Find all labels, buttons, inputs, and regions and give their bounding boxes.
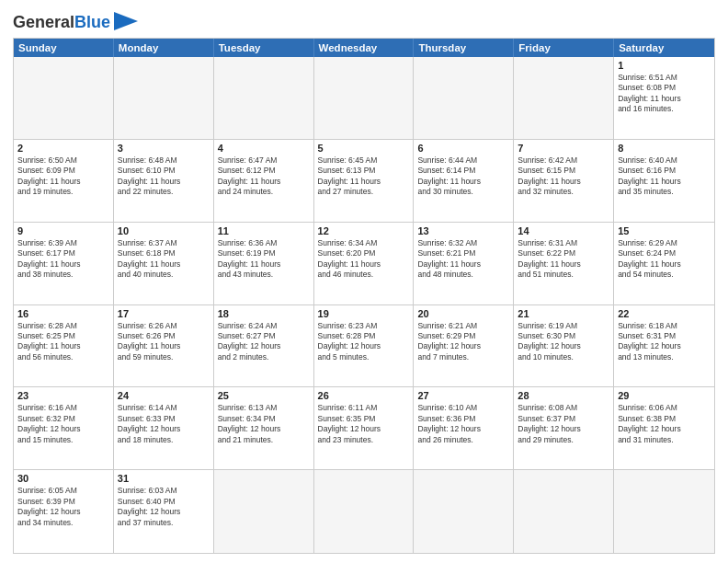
day-info: Sunrise: 6:31 AM Sunset: 6:22 PM Dayligh… bbox=[518, 238, 609, 281]
day-number: 29 bbox=[618, 390, 711, 401]
day-info: Sunrise: 6:24 AM Sunset: 6:27 PM Dayligh… bbox=[218, 321, 310, 363]
day-number: 16 bbox=[17, 308, 109, 319]
calendar-cell: 3Sunrise: 6:48 AM Sunset: 6:10 PM Daylig… bbox=[114, 140, 214, 223]
day-number: 15 bbox=[618, 225, 711, 236]
calendar: SundayMondayTuesdayWednesdayThursdayFrid… bbox=[13, 38, 715, 554]
calendar-cell: 12Sunrise: 6:34 AM Sunset: 6:20 PM Dayli… bbox=[314, 223, 415, 305]
day-info: Sunrise: 6:50 AM Sunset: 6:09 PM Dayligh… bbox=[17, 155, 109, 198]
calendar-cell bbox=[414, 470, 514, 553]
day-number: 13 bbox=[417, 225, 509, 236]
day-number: 1 bbox=[618, 60, 711, 71]
weekday-header: Saturday bbox=[614, 39, 714, 57]
calendar-cell: 2Sunrise: 6:50 AM Sunset: 6:09 PM Daylig… bbox=[14, 140, 114, 223]
day-info: Sunrise: 6:03 AM Sunset: 6:40 PM Dayligh… bbox=[118, 486, 210, 528]
calendar-cell: 29Sunrise: 6:06 AM Sunset: 6:38 PM Dayli… bbox=[614, 387, 714, 470]
day-number: 22 bbox=[618, 308, 711, 319]
day-number: 24 bbox=[118, 390, 210, 401]
day-number: 25 bbox=[218, 390, 310, 401]
weekday-header: Sunday bbox=[14, 39, 114, 57]
calendar-cell bbox=[514, 470, 614, 553]
day-number: 19 bbox=[318, 308, 410, 319]
calendar-cell: 10Sunrise: 6:37 AM Sunset: 6:18 PM Dayli… bbox=[114, 223, 214, 305]
day-number: 31 bbox=[118, 473, 210, 484]
calendar-cell: 30Sunrise: 6:05 AM Sunset: 6:39 PM Dayli… bbox=[14, 470, 114, 553]
day-info: Sunrise: 6:21 AM Sunset: 6:29 PM Dayligh… bbox=[417, 321, 509, 363]
day-number: 20 bbox=[417, 308, 509, 319]
calendar-cell bbox=[414, 57, 514, 140]
calendar-cell: 27Sunrise: 6:10 AM Sunset: 6:36 PM Dayli… bbox=[414, 387, 514, 470]
day-info: Sunrise: 6:28 AM Sunset: 6:25 PM Dayligh… bbox=[17, 321, 109, 363]
day-info: Sunrise: 6:47 AM Sunset: 6:12 PM Dayligh… bbox=[218, 155, 310, 198]
calendar-cell: 28Sunrise: 6:08 AM Sunset: 6:37 PM Dayli… bbox=[514, 387, 614, 470]
svg-marker-0 bbox=[114, 12, 138, 30]
day-number: 14 bbox=[518, 225, 609, 236]
calendar-cell: 1Sunrise: 6:51 AM Sunset: 6:08 PM Daylig… bbox=[614, 57, 714, 140]
day-number: 5 bbox=[318, 143, 410, 154]
calendar-cell: 4Sunrise: 6:47 AM Sunset: 6:12 PM Daylig… bbox=[214, 140, 314, 223]
weekday-header: Thursday bbox=[414, 39, 514, 57]
day-info: Sunrise: 6:37 AM Sunset: 6:18 PM Dayligh… bbox=[118, 238, 210, 281]
day-info: Sunrise: 6:13 AM Sunset: 6:34 PM Dayligh… bbox=[218, 403, 310, 445]
calendar-page: GeneralBlue SundayMondayTuesdayWednesday… bbox=[0, 0, 728, 563]
day-info: Sunrise: 6:40 AM Sunset: 6:16 PM Dayligh… bbox=[618, 155, 711, 198]
day-info: Sunrise: 6:18 AM Sunset: 6:31 PM Dayligh… bbox=[618, 321, 711, 363]
calendar-cell: 21Sunrise: 6:19 AM Sunset: 6:30 PM Dayli… bbox=[514, 305, 614, 388]
calendar-cell: 23Sunrise: 6:16 AM Sunset: 6:32 PM Dayli… bbox=[14, 387, 114, 470]
calendar-cell bbox=[314, 470, 415, 553]
calendar-body: 1Sunrise: 6:51 AM Sunset: 6:08 PM Daylig… bbox=[14, 57, 714, 553]
day-info: Sunrise: 6:29 AM Sunset: 6:24 PM Dayligh… bbox=[618, 238, 711, 281]
logo: GeneralBlue bbox=[13, 13, 138, 32]
weekday-header: Monday bbox=[114, 39, 214, 57]
calendar-cell: 18Sunrise: 6:24 AM Sunset: 6:27 PM Dayli… bbox=[214, 305, 314, 388]
day-info: Sunrise: 6:36 AM Sunset: 6:19 PM Dayligh… bbox=[218, 238, 310, 281]
day-info: Sunrise: 6:32 AM Sunset: 6:21 PM Dayligh… bbox=[417, 238, 509, 281]
calendar-cell: 5Sunrise: 6:45 AM Sunset: 6:13 PM Daylig… bbox=[314, 140, 415, 223]
weekday-header: Friday bbox=[514, 39, 614, 57]
day-info: Sunrise: 6:39 AM Sunset: 6:17 PM Dayligh… bbox=[17, 238, 109, 281]
calendar-cell bbox=[314, 57, 415, 140]
calendar-cell: 7Sunrise: 6:42 AM Sunset: 6:15 PM Daylig… bbox=[514, 140, 614, 223]
day-number: 9 bbox=[17, 225, 109, 236]
calendar-cell: 22Sunrise: 6:18 AM Sunset: 6:31 PM Dayli… bbox=[614, 305, 714, 388]
day-info: Sunrise: 6:48 AM Sunset: 6:10 PM Dayligh… bbox=[118, 155, 210, 198]
day-info: Sunrise: 6:10 AM Sunset: 6:36 PM Dayligh… bbox=[417, 403, 509, 445]
day-number: 27 bbox=[417, 390, 509, 401]
day-info: Sunrise: 6:19 AM Sunset: 6:30 PM Dayligh… bbox=[518, 321, 609, 363]
day-info: Sunrise: 6:23 AM Sunset: 6:28 PM Dayligh… bbox=[318, 321, 410, 363]
calendar-cell: 11Sunrise: 6:36 AM Sunset: 6:19 PM Dayli… bbox=[214, 223, 314, 305]
day-number: 2 bbox=[17, 143, 109, 154]
calendar-cell: 14Sunrise: 6:31 AM Sunset: 6:22 PM Dayli… bbox=[514, 223, 614, 305]
day-number: 3 bbox=[118, 143, 210, 154]
calendar-cell bbox=[14, 57, 114, 140]
day-info: Sunrise: 6:16 AM Sunset: 6:32 PM Dayligh… bbox=[17, 403, 109, 445]
calendar-cell bbox=[514, 57, 614, 140]
day-number: 12 bbox=[318, 225, 410, 236]
calendar-cell: 16Sunrise: 6:28 AM Sunset: 6:25 PM Dayli… bbox=[14, 305, 114, 388]
day-info: Sunrise: 6:45 AM Sunset: 6:13 PM Dayligh… bbox=[318, 155, 410, 198]
day-info: Sunrise: 6:11 AM Sunset: 6:35 PM Dayligh… bbox=[318, 403, 410, 445]
weekday-header: Wednesday bbox=[314, 39, 415, 57]
day-info: Sunrise: 6:44 AM Sunset: 6:14 PM Dayligh… bbox=[417, 155, 509, 198]
calendar-cell: 15Sunrise: 6:29 AM Sunset: 6:24 PM Dayli… bbox=[614, 223, 714, 305]
calendar-cell bbox=[214, 470, 314, 553]
calendar-cell: 19Sunrise: 6:23 AM Sunset: 6:28 PM Dayli… bbox=[314, 305, 415, 388]
day-number: 21 bbox=[518, 308, 609, 319]
day-info: Sunrise: 6:08 AM Sunset: 6:37 PM Dayligh… bbox=[518, 403, 609, 445]
day-number: 23 bbox=[17, 390, 109, 401]
day-info: Sunrise: 6:42 AM Sunset: 6:15 PM Dayligh… bbox=[518, 155, 609, 198]
day-number: 28 bbox=[518, 390, 609, 401]
calendar-cell: 26Sunrise: 6:11 AM Sunset: 6:35 PM Dayli… bbox=[314, 387, 415, 470]
logo-icon bbox=[114, 12, 138, 30]
day-info: Sunrise: 6:06 AM Sunset: 6:38 PM Dayligh… bbox=[618, 403, 711, 445]
day-info: Sunrise: 6:14 AM Sunset: 6:33 PM Dayligh… bbox=[118, 403, 210, 445]
day-info: Sunrise: 6:34 AM Sunset: 6:20 PM Dayligh… bbox=[318, 238, 410, 281]
day-number: 6 bbox=[417, 143, 509, 154]
calendar-cell: 6Sunrise: 6:44 AM Sunset: 6:14 PM Daylig… bbox=[414, 140, 514, 223]
day-number: 10 bbox=[118, 225, 210, 236]
day-info: Sunrise: 6:05 AM Sunset: 6:39 PM Dayligh… bbox=[17, 486, 109, 528]
day-number: 11 bbox=[218, 225, 310, 236]
calendar-cell: 17Sunrise: 6:26 AM Sunset: 6:26 PM Dayli… bbox=[114, 305, 214, 388]
calendar-cell: 25Sunrise: 6:13 AM Sunset: 6:34 PM Dayli… bbox=[214, 387, 314, 470]
calendar-cell: 13Sunrise: 6:32 AM Sunset: 6:21 PM Dayli… bbox=[414, 223, 514, 305]
calendar-cell: 8Sunrise: 6:40 AM Sunset: 6:16 PM Daylig… bbox=[614, 140, 714, 223]
